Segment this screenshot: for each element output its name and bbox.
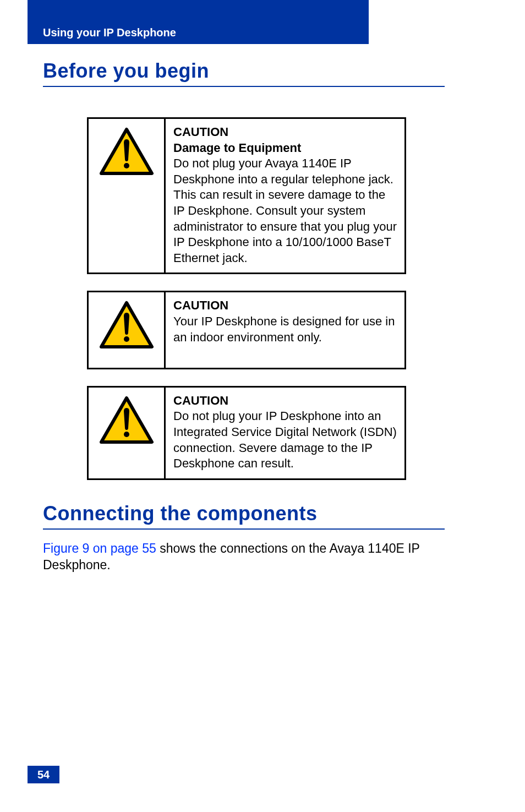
page-number: 54 xyxy=(28,766,59,783)
warning-icon xyxy=(99,301,154,350)
caution-box-1: CAUTION Damage to Equipment Do not plug … xyxy=(87,117,406,274)
warning-icon xyxy=(99,127,154,177)
caution-title: CAUTION xyxy=(173,124,398,140)
figure-reference-link[interactable]: Figure 9 on page 55 xyxy=(43,541,156,555)
warning-icon xyxy=(99,396,154,445)
heading-connecting-components: Connecting the components xyxy=(43,502,445,530)
heading-underline xyxy=(43,528,445,530)
caution-icon-cell xyxy=(89,388,166,478)
caution-icon-cell xyxy=(89,119,166,273)
caution-text-cell: CAUTION Damage to Equipment Do not plug … xyxy=(166,119,404,273)
svg-point-5 xyxy=(124,432,129,437)
svg-point-3 xyxy=(124,336,129,342)
caution-title: CAUTION xyxy=(173,393,398,409)
caution-body: Your IP Deskphone is designed for use in… xyxy=(173,314,398,345)
caution-box-2: CAUTION Your IP Deskphone is designed fo… xyxy=(87,291,406,369)
heading-text: Before you begin xyxy=(43,59,445,83)
caution-icon-cell xyxy=(89,292,166,367)
caution-text-cell: CAUTION Your IP Deskphone is designed fo… xyxy=(166,292,404,367)
caution-subtitle: Damage to Equipment xyxy=(173,140,398,156)
caution-body: Do not plug your IP Deskphone into an In… xyxy=(173,408,398,471)
caution-title: CAUTION xyxy=(173,298,398,314)
caution-text-cell: CAUTION Do not plug your IP Deskphone in… xyxy=(166,388,404,478)
section-header: Using your IP Deskphone xyxy=(43,26,176,39)
heading-text: Connecting the components xyxy=(43,502,445,525)
caution-body: Do not plug your Avaya 1140E IP Deskphon… xyxy=(173,156,398,266)
page-content: Before you begin CAUTION Damage to Equip… xyxy=(43,59,445,573)
svg-point-1 xyxy=(124,163,129,168)
body-paragraph: Figure 9 on page 55 shows the connection… xyxy=(43,541,445,574)
caution-box-3: CAUTION Do not plug your IP Deskphone in… xyxy=(87,386,406,480)
heading-before-you-begin: Before you begin xyxy=(43,59,445,87)
